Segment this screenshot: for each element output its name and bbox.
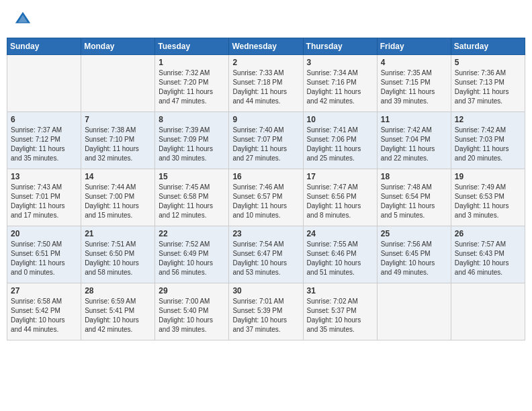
calendar-cell: 22Sunrise: 7:52 AM Sunset: 6:49 PM Dayli…: [155, 226, 229, 283]
day-info: Sunrise: 7:47 AM Sunset: 6:56 PM Dayligh…: [307, 183, 373, 220]
calendar-cell: 9Sunrise: 7:40 AM Sunset: 7:07 PM Daylig…: [229, 112, 303, 169]
calendar-cell: 20Sunrise: 7:50 AM Sunset: 6:51 PM Dayli…: [7, 226, 81, 283]
day-number: 23: [232, 229, 299, 238]
day-number: 20: [11, 229, 77, 238]
day-number: 12: [455, 115, 521, 124]
calendar-cell: 14Sunrise: 7:44 AM Sunset: 7:00 PM Dayli…: [81, 169, 155, 226]
calendar-week-row: 6Sunrise: 7:37 AM Sunset: 7:12 PM Daylig…: [7, 112, 525, 169]
day-number: 2: [232, 58, 299, 67]
day-number: 14: [85, 172, 151, 181]
calendar-cell: 24Sunrise: 7:55 AM Sunset: 6:46 PM Dayli…: [303, 226, 377, 283]
calendar-cell: 26Sunrise: 7:57 AM Sunset: 6:43 PM Dayli…: [451, 226, 525, 283]
calendar-cell: [81, 55, 155, 112]
day-number: 25: [381, 229, 447, 238]
calendar-cell: 5Sunrise: 7:36 AM Sunset: 7:13 PM Daylig…: [451, 55, 525, 112]
calendar-cell: 28Sunrise: 6:59 AM Sunset: 5:41 PM Dayli…: [81, 283, 155, 340]
day-number: 8: [159, 115, 225, 124]
day-info: Sunrise: 7:54 AM Sunset: 6:47 PM Dayligh…: [232, 240, 299, 277]
day-number: 9: [232, 115, 299, 124]
day-info: Sunrise: 7:01 AM Sunset: 5:39 PM Dayligh…: [232, 297, 299, 334]
day-info: Sunrise: 7:49 AM Sunset: 6:53 PM Dayligh…: [455, 183, 521, 220]
day-info: Sunrise: 7:51 AM Sunset: 6:50 PM Dayligh…: [85, 240, 151, 277]
day-number: 3: [307, 58, 373, 67]
day-number: 26: [455, 229, 521, 238]
calendar-cell: 23Sunrise: 7:54 AM Sunset: 6:47 PM Dayli…: [229, 226, 303, 283]
calendar-week-row: 1Sunrise: 7:32 AM Sunset: 7:20 PM Daylig…: [7, 55, 525, 112]
day-info: Sunrise: 7:40 AM Sunset: 7:07 PM Dayligh…: [232, 126, 299, 163]
calendar-cell: 18Sunrise: 7:48 AM Sunset: 6:54 PM Dayli…: [377, 169, 451, 226]
calendar-cell: 15Sunrise: 7:45 AM Sunset: 6:58 PM Dayli…: [155, 169, 229, 226]
calendar-cell: [377, 283, 451, 340]
calendar-cell: 12Sunrise: 7:42 AM Sunset: 7:03 PM Dayli…: [451, 112, 525, 169]
day-info: Sunrise: 7:52 AM Sunset: 6:49 PM Dayligh…: [159, 240, 225, 277]
day-number: 31: [307, 286, 373, 295]
day-number: 10: [307, 115, 373, 124]
day-number: 17: [307, 172, 373, 181]
calendar-cell: 25Sunrise: 7:56 AM Sunset: 6:45 PM Dayli…: [377, 226, 451, 283]
day-number: 24: [307, 229, 373, 238]
calendar-cell: 19Sunrise: 7:49 AM Sunset: 6:53 PM Dayli…: [451, 169, 525, 226]
day-number: 5: [455, 58, 521, 67]
logo: [13, 10, 35, 29]
logo-icon: [13, 10, 32, 29]
day-number: 28: [85, 286, 151, 295]
day-info: Sunrise: 7:36 AM Sunset: 7:13 PM Dayligh…: [455, 68, 521, 106]
calendar-cell: 30Sunrise: 7:01 AM Sunset: 5:39 PM Dayli…: [229, 283, 303, 340]
day-info: Sunrise: 7:00 AM Sunset: 5:40 PM Dayligh…: [159, 297, 225, 334]
day-info: Sunrise: 7:32 AM Sunset: 7:20 PM Dayligh…: [159, 68, 225, 106]
day-number: 15: [159, 172, 225, 181]
day-info: Sunrise: 7:41 AM Sunset: 7:06 PM Dayligh…: [307, 126, 373, 163]
calendar-cell: 2Sunrise: 7:33 AM Sunset: 7:18 PM Daylig…: [229, 55, 303, 112]
calendar-cell: [7, 55, 81, 112]
calendar-cell: 31Sunrise: 7:02 AM Sunset: 5:37 PM Dayli…: [303, 283, 377, 340]
day-info: Sunrise: 7:37 AM Sunset: 7:12 PM Dayligh…: [11, 126, 77, 163]
day-number: 22: [159, 229, 225, 238]
day-info: Sunrise: 7:42 AM Sunset: 7:04 PM Dayligh…: [381, 126, 447, 163]
day-number: 16: [232, 172, 299, 181]
day-info: Sunrise: 7:46 AM Sunset: 6:57 PM Dayligh…: [232, 183, 299, 220]
day-info: Sunrise: 7:45 AM Sunset: 6:58 PM Dayligh…: [159, 183, 225, 220]
day-number: 13: [11, 172, 77, 181]
day-number: 19: [455, 172, 521, 181]
day-number: 21: [85, 229, 151, 238]
day-number: 6: [11, 115, 77, 124]
day-info: Sunrise: 7:34 AM Sunset: 7:16 PM Dayligh…: [307, 68, 373, 106]
calendar-week-row: 27Sunrise: 6:58 AM Sunset: 5:42 PM Dayli…: [7, 283, 525, 340]
day-info: Sunrise: 7:50 AM Sunset: 6:51 PM Dayligh…: [11, 240, 77, 277]
day-header-monday: Monday: [81, 38, 155, 55]
calendar-cell: [451, 283, 525, 340]
calendar-cell: 29Sunrise: 7:00 AM Sunset: 5:40 PM Dayli…: [155, 283, 229, 340]
day-number: 18: [381, 172, 447, 181]
calendar-cell: 4Sunrise: 7:35 AM Sunset: 7:15 PM Daylig…: [377, 55, 451, 112]
day-header-sunday: Sunday: [7, 38, 81, 55]
calendar-cell: 11Sunrise: 7:42 AM Sunset: 7:04 PM Dayli…: [377, 112, 451, 169]
day-number: 30: [232, 286, 299, 295]
day-info: Sunrise: 7:55 AM Sunset: 6:46 PM Dayligh…: [307, 240, 373, 277]
day-header-tuesday: Tuesday: [155, 38, 229, 55]
calendar-week-row: 20Sunrise: 7:50 AM Sunset: 6:51 PM Dayli…: [7, 226, 525, 283]
day-number: 7: [85, 115, 151, 124]
calendar-cell: 17Sunrise: 7:47 AM Sunset: 6:56 PM Dayli…: [303, 169, 377, 226]
calendar-week-row: 13Sunrise: 7:43 AM Sunset: 7:01 PM Dayli…: [7, 169, 525, 226]
calendar-cell: 27Sunrise: 6:58 AM Sunset: 5:42 PM Dayli…: [7, 283, 81, 340]
day-header-saturday: Saturday: [451, 38, 525, 55]
day-info: Sunrise: 6:58 AM Sunset: 5:42 PM Dayligh…: [11, 297, 77, 334]
day-header-friday: Friday: [377, 38, 451, 55]
day-number: 27: [11, 286, 77, 295]
day-info: Sunrise: 7:48 AM Sunset: 6:54 PM Dayligh…: [381, 183, 447, 220]
day-info: Sunrise: 7:44 AM Sunset: 7:00 PM Dayligh…: [85, 183, 151, 220]
calendar-cell: 16Sunrise: 7:46 AM Sunset: 6:57 PM Dayli…: [229, 169, 303, 226]
day-info: Sunrise: 7:02 AM Sunset: 5:37 PM Dayligh…: [307, 297, 373, 334]
calendar-table: SundayMondayTuesdayWednesdayThursdayFrid…: [7, 38, 525, 340]
page-header: [7, 7, 525, 32]
day-info: Sunrise: 7:42 AM Sunset: 7:03 PM Dayligh…: [455, 126, 521, 163]
day-info: Sunrise: 7:39 AM Sunset: 7:09 PM Dayligh…: [159, 126, 225, 163]
calendar-cell: 3Sunrise: 7:34 AM Sunset: 7:16 PM Daylig…: [303, 55, 377, 112]
day-info: Sunrise: 7:38 AM Sunset: 7:10 PM Dayligh…: [85, 126, 151, 163]
calendar-cell: 13Sunrise: 7:43 AM Sunset: 7:01 PM Dayli…: [7, 169, 81, 226]
calendar-cell: 10Sunrise: 7:41 AM Sunset: 7:06 PM Dayli…: [303, 112, 377, 169]
day-number: 29: [159, 286, 225, 295]
day-number: 1: [159, 58, 225, 67]
calendar-cell: 8Sunrise: 7:39 AM Sunset: 7:09 PM Daylig…: [155, 112, 229, 169]
day-header-thursday: Thursday: [303, 38, 377, 55]
